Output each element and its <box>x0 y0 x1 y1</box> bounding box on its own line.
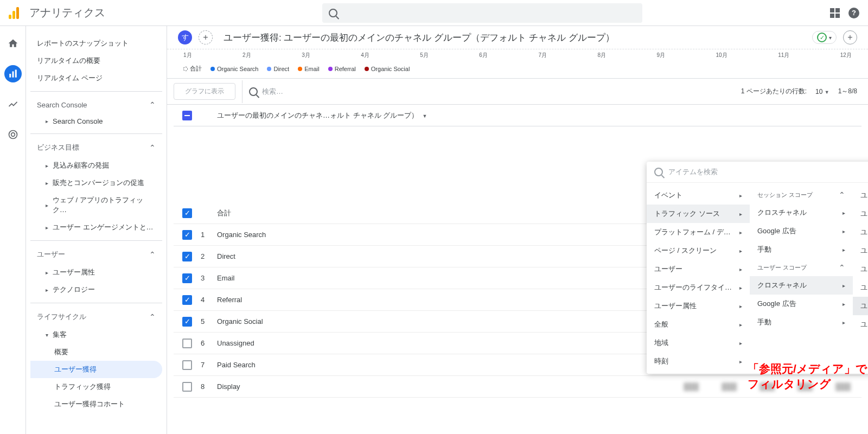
rail-home[interactable] <box>4 35 22 52</box>
chevron-up-icon: ⌃ <box>149 312 156 321</box>
sidebar-rt-page[interactable]: リアルタイム ページ <box>30 69 162 87</box>
popover-subcategory[interactable]: クロスチャネル▸ <box>750 203 853 222</box>
search-icon <box>329 9 337 17</box>
popover-category[interactable]: 全般▸ <box>647 315 750 334</box>
rail-reports[interactable] <box>4 65 22 82</box>
column-header-dimension[interactable]: ユーザーの最初のメインのチャネ…ォルト チャネル グループ） ▼ <box>217 111 861 120</box>
dimension-picker-popover: アイテムを検索 イベント▸トラフィック ソース▸プラットフォーム / デ…▸ペー… <box>647 162 868 374</box>
row-checkbox[interactable]: ✓ <box>182 252 192 261</box>
segment-badge[interactable]: す <box>178 30 192 44</box>
row-checkbox[interactable] <box>182 339 192 348</box>
popover-dimension[interactable]: ユーザーの最初のメディア <box>853 260 868 278</box>
popover-category[interactable]: 地域▸ <box>647 334 750 352</box>
svg-point-4 <box>11 133 15 137</box>
popover-category[interactable]: 時刻▸ <box>647 352 750 371</box>
sidebar-life-section[interactable]: ライフサイクル⌃ <box>30 308 162 326</box>
sidebar-snapshot[interactable]: レポートのスナップショット <box>30 35 162 52</box>
svg-point-3 <box>9 131 17 139</box>
popover-dimension[interactable]: ユーザーの最初のメインのチャネル グル… <box>853 241 868 260</box>
rail-advertising[interactable] <box>4 126 22 143</box>
page-title: ユーザー獲得: ユーザーの最初のメインのチャネル グループ（デフォルト チャネル… <box>224 31 806 44</box>
sidebar-user-attr[interactable]: ▸ユーザー属性 <box>30 264 162 281</box>
chevron-down-icon: ▼ <box>825 90 829 95</box>
popover-dimension[interactable]: ユーザーの最初の参照元プラットフォー… <box>853 315 868 334</box>
search-icon <box>654 168 663 176</box>
annotation-text: 「参照元/メディア」でフィルタリング <box>748 361 868 392</box>
sidebar-user-tech[interactable]: ▸テクノロジー <box>30 281 162 298</box>
legend-item[interactable]: Organic Search <box>210 66 258 72</box>
popover-subcategory[interactable]: 手動▸ <box>750 313 853 331</box>
legend-item[interactable]: Email <box>298 66 320 72</box>
popover-dimension[interactable]: ユーザーの最初の参照元 / メディア <box>853 297 868 315</box>
row-checkbox[interactable]: ✓ <box>182 230 192 240</box>
sidebar-sc-item[interactable]: ▸Search Console <box>30 113 162 129</box>
popover-dimension[interactable]: ユーザーの最初のデフォルト チャネル … <box>853 223 868 241</box>
popover-dimension[interactable]: ユーザーの最初のキャンペーン <box>853 186 868 205</box>
legend-item[interactable]: Direct <box>267 66 289 72</box>
sidebar-life-trafficacq[interactable]: トラフィック獲得 <box>30 378 162 395</box>
sidebar: レポートのスナップショット リアルタイムの概要 リアルタイム ページ Searc… <box>26 26 167 434</box>
popover-category[interactable]: ユーザー▸ <box>647 260 750 278</box>
popover-subcategory[interactable]: 手動▸ <box>750 240 853 259</box>
popover-search[interactable]: アイテムを検索 <box>647 162 868 183</box>
row-checkbox[interactable]: ✓ <box>182 317 192 327</box>
popover-subcategory[interactable]: Google 広告▸ <box>750 222 853 240</box>
sidebar-life-overview[interactable]: 概要 <box>30 343 162 361</box>
status-pill[interactable]: ✓▾ <box>812 31 837 44</box>
global-search[interactable] <box>322 3 642 23</box>
sidebar-user-section[interactable]: ユーザー⌃ <box>30 245 162 264</box>
sidebar-rt-overview[interactable]: リアルタイムの概要 <box>30 52 162 69</box>
sidebar-life-acq[interactable]: ▾集客 <box>30 326 162 343</box>
svg-rect-0 <box>9 74 11 78</box>
app-title: アナリティクス <box>29 5 118 20</box>
popover-category[interactable]: プラットフォーム / デ…▸ <box>647 223 750 241</box>
row-checkbox[interactable] <box>182 382 192 392</box>
sidebar-life-cohort[interactable]: ユーザー獲得コホート <box>30 395 162 413</box>
sidebar-life-useracq[interactable]: ユーザー獲得 <box>30 361 162 378</box>
sidebar-biz-leads[interactable]: ▸見込み顧客の発掘 <box>30 157 162 174</box>
rows-per-page-label: 1 ページあたりの行数: <box>741 87 807 96</box>
popover-dimension[interactable]: ユーザーの最初の参照元 <box>853 278 868 297</box>
sidebar-biz-traffic[interactable]: ▸ウェブ / アプリのトラフィック… <box>30 192 162 219</box>
add-button[interactable]: + <box>843 30 857 44</box>
popover-subcategory[interactable]: Google 広告▸ <box>750 295 853 313</box>
legend-item[interactable]: Referral <box>328 66 356 72</box>
dropdown-icon: ▼ <box>422 113 427 119</box>
ga-logo-icon <box>9 7 21 19</box>
show-in-graph-button[interactable]: グラフに表示 <box>174 83 235 100</box>
rows-per-page-select[interactable]: 10 ▼ <box>815 88 829 95</box>
apps-icon[interactable] <box>830 8 840 18</box>
popover-dimension[interactable]: ユーザーの最初のキャンペーン ID <box>853 205 868 223</box>
pagination-range: 1～8/8 <box>838 87 857 96</box>
checkbox-total[interactable]: ✓ <box>182 208 192 218</box>
svg-rect-2 <box>15 70 16 78</box>
sidebar-sc-section[interactable]: Search Console⌃ <box>30 96 162 113</box>
popover-category[interactable]: トラフィック ソース▸ <box>647 205 750 223</box>
help-icon[interactable]: ? <box>848 8 859 18</box>
popover-category[interactable]: ユーザー属性▸ <box>647 297 750 315</box>
chart-timeline: 1月2月3月4月5月6月7月8月9月10月11月12月 <box>167 49 868 61</box>
legend-item[interactable]: 合計 <box>183 65 202 73</box>
popover-subcategory[interactable]: クロスチャネル▸ <box>750 276 853 295</box>
search-icon <box>249 87 258 96</box>
caret-down-icon: ▾ <box>46 332 48 338</box>
row-checkbox[interactable] <box>182 360 192 370</box>
chevron-down-icon: ▾ <box>829 35 832 41</box>
chevron-up-icon: ⌃ <box>149 143 156 152</box>
rail-explore[interactable] <box>4 95 22 113</box>
row-checkbox[interactable]: ✓ <box>182 273 192 283</box>
checkbox-all[interactable] <box>182 111 192 120</box>
chevron-up-icon: ⌃ <box>149 100 156 109</box>
legend-item[interactable]: Organic Social <box>365 66 410 72</box>
sidebar-biz-conv[interactable]: ▸販売とコンバージョンの促進 <box>30 174 162 192</box>
popover-category[interactable]: イベント▸ <box>647 186 750 205</box>
popover-category[interactable]: ユーザーのライフタイ…▸ <box>647 278 750 297</box>
svg-rect-1 <box>12 72 14 78</box>
sidebar-biz-engage[interactable]: ▸ユーザー エンゲージメントと… <box>30 219 162 236</box>
chart-legend: 合計Organic SearchDirectEmailReferralOrgan… <box>167 61 868 78</box>
add-segment-button[interactable]: + <box>199 30 213 44</box>
row-checkbox[interactable]: ✓ <box>182 295 192 305</box>
table-search[interactable]: 検索… <box>242 80 730 103</box>
sidebar-biz-section[interactable]: ビジネス目標⌃ <box>30 138 162 157</box>
popover-category[interactable]: ページ / スクリーン▸ <box>647 241 750 260</box>
